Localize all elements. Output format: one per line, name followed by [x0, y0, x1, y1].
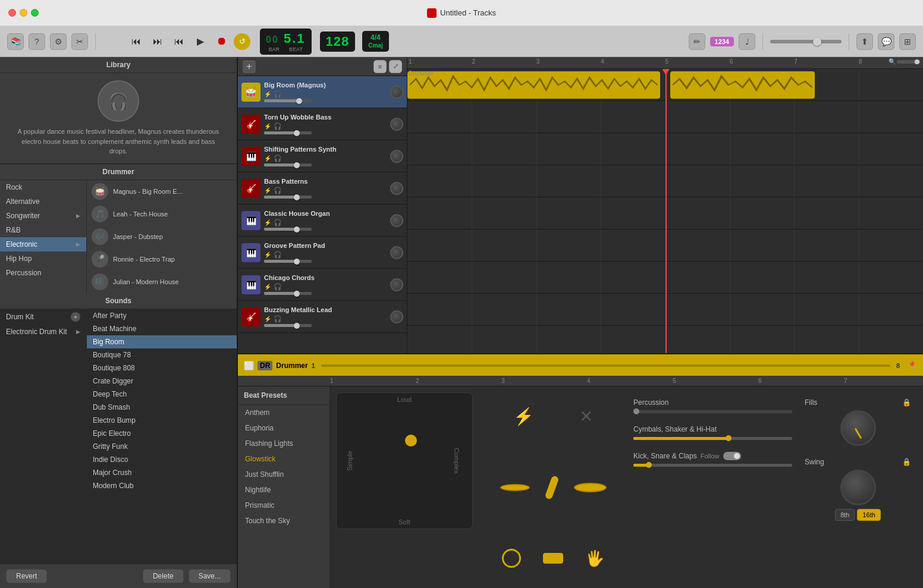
sound-after-party[interactable]: After Party [87, 309, 237, 322]
ruler-pin-icon[interactable]: 📍 [907, 361, 917, 370]
swing-lock-icon[interactable]: 🔒 [902, 458, 911, 466]
track-volume-3[interactable] [264, 196, 312, 199]
time-sig-display[interactable]: 4/4 Cmaj [362, 31, 388, 51]
follow-toggle[interactable] [723, 452, 741, 460]
add-drumkit-button[interactable]: + [71, 312, 80, 322]
swing-knob[interactable] [840, 470, 876, 505]
rewind-button[interactable]: ⏮ [127, 32, 146, 51]
revert-button[interactable]: Revert [6, 569, 47, 583]
track-item-5[interactable]: 🎹 Groove Pattern Pad ⚡ 🎧 [238, 237, 407, 269]
track-list-scroll[interactable]: 🥁 Big Room (Magnus) ⚡ 🎧 [238, 76, 407, 353]
library-button[interactable]: 📚 [7, 33, 24, 50]
track-knob-0[interactable] [390, 86, 403, 99]
cymbals-slider[interactable] [633, 437, 792, 440]
zoom-slider[interactable] [897, 60, 921, 64]
fills-knob[interactable] [840, 410, 876, 446]
volume-slider[interactable] [770, 40, 842, 43]
minimize-button[interactable] [20, 9, 27, 17]
track-item-4[interactable]: 🎹 Classic House Organ ⚡ 🎧 [238, 205, 407, 237]
preset-euphoria[interactable]: Euphoria [238, 420, 329, 436]
cross-icon[interactable]: ✕ [579, 407, 593, 426]
drummer-magnus[interactable]: 🥁 Magnus - Big Room E... [87, 180, 237, 203]
preset-prismatic[interactable]: Prismatic [238, 498, 329, 513]
sound-indie-disco[interactable]: Indie Disco [87, 453, 237, 466]
track-volume-5[interactable] [264, 260, 312, 263]
track-knob-4[interactable] [390, 214, 403, 227]
solo-icon-2[interactable]: 🎧 [274, 155, 282, 162]
track-volume-6[interactable] [264, 292, 312, 295]
cymbals-thumb[interactable] [726, 435, 732, 441]
track-item-0[interactable]: 🥁 Big Room (Magnus) ⚡ 🎧 [238, 76, 407, 108]
drummer-jasper[interactable]: 🎶 Jasper - Dubstep [87, 225, 237, 248]
mute-icon-1[interactable]: ⚡ [264, 123, 271, 130]
note-8th-button[interactable]: 8th [835, 509, 855, 521]
zoom-thumb[interactable] [915, 59, 919, 64]
sound-electro-bump[interactable]: Electro Bump [87, 414, 237, 427]
drummer-ronnie[interactable]: 🎤 Ronnie - Electro Trap [87, 248, 237, 271]
timeline-content[interactable]: Drummer [407, 69, 923, 353]
close-button[interactable] [8, 9, 16, 17]
category-hiphop[interactable]: Hip Hop [0, 251, 86, 266]
tracks-zoom-button[interactable]: ⤢ [389, 60, 402, 73]
tracks-view-button[interactable]: ≡ [373, 60, 387, 73]
sound-boutique-808[interactable]: Boutique 808 [87, 361, 237, 375]
tuner-button[interactable]: ♩ [739, 33, 755, 50]
category-songwriter[interactable]: Songwriter ▶ [0, 209, 86, 223]
preset-flashing-lights[interactable]: Flashing Lights [238, 436, 329, 451]
mute-icon-3[interactable]: ⚡ [264, 187, 271, 194]
play-button[interactable]: ▶ [191, 32, 210, 51]
delete-button[interactable]: Delete [143, 569, 184, 583]
track-item-3[interactable]: 🎸 Bass Patterns ⚡ 🎧 [238, 172, 407, 205]
pencil-button[interactable]: ✏ [689, 33, 705, 50]
loop-button[interactable]: ↺ [234, 33, 250, 50]
sound-crate-digger[interactable]: Crate Digger [87, 375, 237, 388]
drummer-region-part2[interactable] [670, 71, 815, 99]
sound-dub-smash[interactable]: Dub Smash [87, 401, 237, 414]
category-alternative[interactable]: Alternative [0, 194, 86, 209]
kick-slider[interactable] [633, 464, 792, 467]
track-volume-1[interactable] [264, 131, 312, 134]
maximize-button[interactable] [31, 9, 39, 17]
track-knob-6[interactable] [390, 278, 403, 291]
solo-icon-5[interactable]: 🎧 [274, 251, 282, 259]
drummer-xy-pad[interactable]: Loud Soft Simple Complex [336, 392, 473, 529]
track-volume-2[interactable] [264, 163, 312, 166]
category-rnb[interactable]: R&B [0, 223, 86, 237]
grid-button[interactable]: ⊞ [899, 33, 916, 50]
track-knob-3[interactable] [390, 182, 403, 195]
kick-icon[interactable] [502, 549, 521, 568]
hand-icon[interactable]: 🖐 [585, 549, 604, 568]
solo-icon-0[interactable]: 🎧 [274, 90, 282, 98]
kick-thumb[interactable] [646, 462, 652, 468]
chat-button[interactable]: 💬 [878, 33, 894, 50]
fills-lock-icon[interactable]: 🔒 [902, 398, 911, 407]
add-track-button[interactable]: + [243, 60, 256, 73]
mute-icon-4[interactable]: ⚡ [264, 219, 271, 226]
sound-big-room[interactable]: Big Room [87, 335, 237, 348]
track-item-1[interactable]: 🎸 Torn Up Wobble Bass ⚡ 🎧 [238, 108, 407, 140]
track-knob-1[interactable] [390, 118, 403, 131]
sound-major-crush[interactable]: Major Crush [87, 466, 237, 479]
track-volume-7[interactable] [264, 324, 312, 327]
track-knob-2[interactable] [390, 150, 403, 163]
solo-icon-7[interactable]: 🎧 [274, 315, 282, 323]
sound-boutique-78[interactable]: Boutique 78 [87, 348, 237, 361]
sound-modern-club[interactable]: Modern Club [87, 479, 237, 492]
zoom-out-icon[interactable]: 🔍 [889, 58, 896, 65]
mute-icon-6[interactable]: ⚡ [264, 284, 271, 290]
volume-thumb[interactable] [813, 37, 821, 46]
category-percussion[interactable]: Percussion [0, 266, 86, 280]
track-volume-4[interactable] [264, 228, 312, 231]
skip-back-button[interactable]: ⏮ [169, 32, 189, 51]
sound-epic-electro[interactable]: Epic Electro [87, 427, 237, 440]
track-volume-0[interactable] [264, 99, 312, 102]
scissors-button[interactable]: ✂ [71, 33, 88, 50]
sound-deep-tech[interactable]: Deep Tech [87, 388, 237, 401]
lcd-button[interactable]: 1234 [710, 37, 734, 46]
tempo-display[interactable]: 128 [320, 32, 356, 52]
preset-touch-the-sky[interactable]: Touch the Sky [238, 513, 329, 529]
hihat-icon[interactable] [500, 484, 530, 491]
sound-gritty-funk[interactable]: Gritty Funk [87, 440, 237, 453]
percussion-thumb[interactable] [633, 408, 639, 414]
mute-icon-5[interactable]: ⚡ [264, 251, 271, 258]
